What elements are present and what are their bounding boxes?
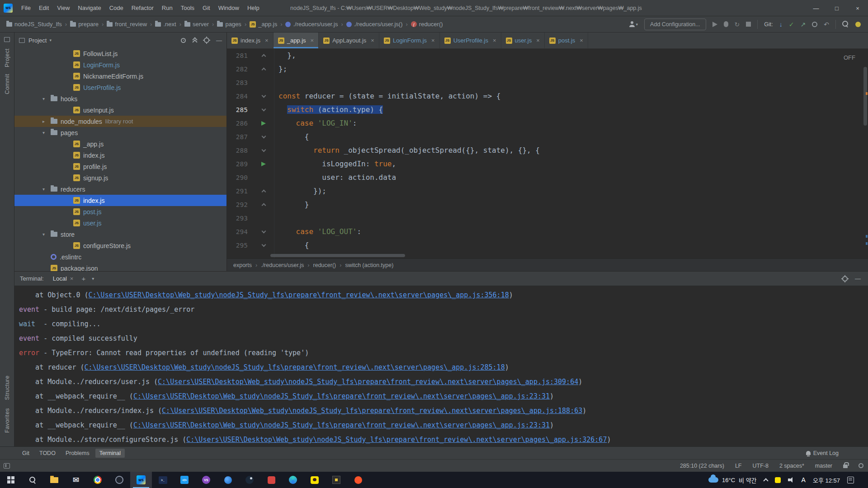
tree-row[interactable]: ▾store xyxy=(14,229,226,240)
chevron-down-icon[interactable]: ▾ xyxy=(42,232,51,237)
terminal-tab-local[interactable]: Local × xyxy=(53,275,74,282)
weather-widget[interactable]: 16°C 비 약간 xyxy=(708,476,757,484)
git-commit-button[interactable]: ✓ xyxy=(789,21,794,28)
tree-row[interactable]: .eslintrc xyxy=(14,251,226,263)
close-icon[interactable]: × xyxy=(371,37,374,44)
status-item-0[interactable]: 285:10 (22 chars) xyxy=(680,463,724,469)
chevron-down-icon[interactable]: ▾ xyxy=(92,276,94,281)
tree-row[interactable]: JS_app.js xyxy=(14,138,226,150)
stop-button[interactable] xyxy=(746,22,751,27)
editor-vertical-scrollbar[interactable] xyxy=(863,67,867,126)
tree-row[interactable]: ▾pages xyxy=(14,127,226,138)
user-menu[interactable]: ▾ xyxy=(629,21,638,27)
menu-navigate[interactable]: Navigate xyxy=(74,0,105,16)
close-icon[interactable]: × xyxy=(431,37,435,44)
chevron-down-icon[interactable]: ▾ xyxy=(42,187,51,192)
menu-file[interactable]: File xyxy=(17,0,35,16)
tree-row[interactable]: JSLoginForm.js xyxy=(14,59,226,70)
taskbar-edge[interactable] xyxy=(282,472,304,488)
taskbar-start[interactable] xyxy=(0,472,22,488)
editor-tab-_app.js[interactable]: JS_app.js× xyxy=(274,33,319,48)
tree-row[interactable]: JSuseInput.js xyxy=(14,104,226,116)
taskbar-bluedot[interactable] xyxy=(217,472,239,488)
chevron-down-icon[interactable]: ▾ xyxy=(42,96,51,101)
tree-row[interactable]: JSprofile.js xyxy=(14,161,226,172)
fold-icon[interactable] xyxy=(261,54,266,59)
code-area[interactable]: 281 },282};283284const reducer = (state … xyxy=(227,49,868,258)
menu-help[interactable]: Help xyxy=(243,0,264,16)
taskbar-steam[interactable] xyxy=(239,472,260,488)
close-icon[interactable]: × xyxy=(70,275,74,282)
taskbar-search[interactable] xyxy=(22,472,43,488)
breadcrumb-item[interactable]: freducer() xyxy=(411,21,443,28)
breadcrumb-item[interactable]: front_review xyxy=(107,21,155,28)
toolwindow-button-event-log[interactable]: Event Log xyxy=(802,449,843,458)
toolwindow-button-todo[interactable]: TODO xyxy=(35,449,60,458)
editor-horizontal-scrollbar[interactable] xyxy=(270,254,405,257)
toolwindow-button-problems[interactable]: Problems xyxy=(61,449,94,458)
breadcrumb-item[interactable]: prepare xyxy=(70,21,107,28)
breadcrumb-item[interactable]: pages xyxy=(217,21,250,28)
fold-icon[interactable] xyxy=(261,68,266,72)
tree-row[interactable]: JSNicknameEditForm.js xyxy=(14,70,226,82)
stack-trace-link[interactable]: C:\Users\USER\Desktop\Web_study\nodeJS_S… xyxy=(158,378,578,386)
close-icon[interactable]: × xyxy=(580,37,583,44)
close-icon[interactable]: × xyxy=(311,37,314,44)
history-button[interactable] xyxy=(812,22,817,27)
window-minimize-button[interactable]: — xyxy=(806,0,826,16)
speaker-icon[interactable] xyxy=(788,477,794,483)
menu-code[interactable]: Code xyxy=(105,0,127,16)
chevron-right-icon[interactable]: ▸ xyxy=(42,119,51,124)
menu-edit[interactable]: Edit xyxy=(35,0,53,16)
stack-trace-link[interactable]: C:\Users\USER\Desktop\Web_study\nodeJS_S… xyxy=(162,407,582,415)
toolwindow-switcher-icon[interactable] xyxy=(4,463,10,469)
breadcrumb-item[interactable]: ./reducers/user.js() xyxy=(346,21,411,28)
taskbar-vscode[interactable]: </> xyxy=(174,472,195,488)
tree-row[interactable]: JSFollowList.js xyxy=(14,48,226,59)
status-item-3[interactable]: 2 spaces* xyxy=(779,463,804,469)
menu-run[interactable]: Run xyxy=(158,0,177,16)
kakao-tray-icon[interactable] xyxy=(775,477,781,483)
taskbar-chrome[interactable] xyxy=(87,472,108,488)
window-close-button[interactable]: × xyxy=(847,0,868,16)
editor-tab-user.js[interactable]: JSuser.js× xyxy=(501,33,545,48)
tree-row[interactable]: ▾hooks xyxy=(14,93,226,104)
tree-row[interactable]: JSsignup.js xyxy=(14,172,226,183)
breadcrumb-item[interactable]: ./reducers/user.js xyxy=(285,21,346,28)
breadcrumb-item[interactable]: server xyxy=(184,21,217,28)
close-icon[interactable]: × xyxy=(493,37,496,44)
menu-view[interactable]: View xyxy=(53,0,74,16)
ime-indicator[interactable]: A xyxy=(802,476,806,483)
taskbar-webstorm[interactable]: WS xyxy=(130,472,152,488)
hide-panel-button[interactable]: — xyxy=(216,37,222,44)
search-everywhere-button[interactable] xyxy=(842,21,849,28)
notifications-indicator-icon[interactable] xyxy=(855,22,861,27)
status-item-2[interactable]: UTF-8 xyxy=(752,463,768,469)
tree-row[interactable]: JSuser.js xyxy=(14,217,226,229)
taskbar-opera[interactable] xyxy=(108,472,130,488)
rerun-button[interactable]: ↻ xyxy=(735,21,740,28)
editor-tab-post.js[interactable]: JSpost.js× xyxy=(545,33,588,48)
reader-mode-icon[interactable] xyxy=(859,463,863,468)
fold-icon[interactable] xyxy=(261,190,266,194)
close-icon[interactable]: × xyxy=(536,37,540,44)
lock-icon[interactable] xyxy=(843,465,848,468)
menu-git[interactable]: Git xyxy=(198,0,214,16)
fold-icon[interactable] xyxy=(261,203,266,208)
gear-icon[interactable] xyxy=(842,276,848,282)
tool-strip-structure[interactable]: Structure xyxy=(4,375,10,400)
tool-strip-favorites[interactable]: Favorites xyxy=(4,408,10,433)
chevron-down-icon[interactable]: ▾ xyxy=(49,38,52,42)
editor-breadcrumb-item[interactable]: ./reducers/user.js xyxy=(261,262,313,268)
project-tool-icon[interactable] xyxy=(4,37,10,42)
stack-trace-link[interactable]: C:\Users\USER\Desktop\Web_study\nodeJS_S… xyxy=(133,421,550,429)
taskbar-terminal[interactable]: >_ xyxy=(152,472,174,488)
tree-row[interactable]: ▸node_moduleslibrary root xyxy=(14,116,226,127)
stack-trace-link[interactable]: C:\Users\USER\Desktop\Web_study\nodeJS_S… xyxy=(133,392,550,400)
locate-file-button[interactable] xyxy=(181,38,186,43)
taskbar-kakao[interactable] xyxy=(304,472,326,488)
chevron-down-icon[interactable]: ▾ xyxy=(42,130,51,135)
tree-row[interactable]: JSpackage.json xyxy=(14,263,226,271)
menu-window[interactable]: Window xyxy=(214,0,243,16)
new-terminal-button[interactable]: + xyxy=(81,275,85,282)
